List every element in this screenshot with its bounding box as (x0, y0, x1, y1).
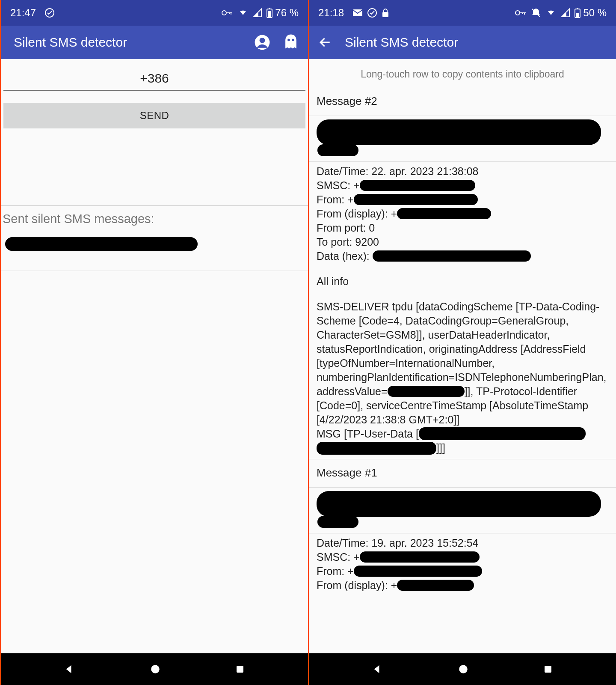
battery-icon (575, 8, 580, 18)
status-bar: 21:47 76 % (1, 0, 308, 26)
redacted-value (354, 566, 482, 577)
msg-tail: ]]] (436, 442, 445, 454)
redacted-value (317, 442, 436, 455)
phone-number-input[interactable]: +386 (3, 68, 305, 91)
from-display-label: From (display): + (317, 579, 397, 591)
svg-rect-4 (229, 12, 230, 14)
send-button[interactable]: SEND (3, 103, 305, 128)
app-title: Silent SMS detector (10, 35, 241, 50)
redacted-value (388, 386, 465, 397)
svg-point-10 (287, 39, 290, 41)
smsc-label: SMSC: + (317, 179, 360, 191)
smsc-label: SMSC: + (317, 551, 360, 563)
from-label: From: + (317, 194, 354, 206)
battery-percent: 50 % (583, 7, 607, 19)
nav-back-icon[interactable] (64, 663, 76, 675)
nav-bar (309, 653, 616, 685)
svg-rect-23 (577, 8, 578, 9)
dnd-icon (531, 8, 541, 18)
status-bar: 21:18 50 % (309, 0, 616, 26)
datetime-label: Date/Time: (317, 165, 371, 177)
msg-label: MSG [TP-User-Data [ (317, 428, 419, 440)
svg-rect-13 (237, 666, 243, 673)
nav-home-icon[interactable] (458, 664, 469, 675)
datetime-value: 19. apr. 2023 15:52:54 (371, 537, 478, 549)
vpn-key-icon (515, 9, 527, 17)
svg-rect-24 (576, 13, 579, 17)
back-arrow-icon[interactable] (318, 36, 332, 49)
to-port: To port: 9200 (317, 235, 608, 249)
svg-rect-7 (268, 11, 271, 17)
vpn-key-icon (221, 9, 233, 17)
svg-rect-19 (524, 12, 525, 15)
nav-recent-icon[interactable] (235, 664, 245, 674)
datetime-value: 22. apr. 2023 21:38:08 (371, 165, 478, 177)
redacted-value (419, 427, 586, 440)
app-bar: Silent SMS detector (309, 26, 616, 59)
account-icon[interactable] (254, 34, 270, 51)
phone-number-value: +386 (140, 71, 169, 85)
tpdu-text: SMS-DELIVER tpdu [dataCodingScheme [TP-D… (317, 301, 607, 397)
redacted-block[interactable] (317, 488, 608, 530)
ghost-icon[interactable] (283, 34, 299, 51)
battery-icon (267, 8, 272, 18)
signal-icon (561, 8, 570, 18)
mail-icon (352, 9, 363, 17)
svg-point-11 (292, 39, 294, 41)
check-circle-icon (367, 8, 377, 18)
redacted-value (373, 250, 531, 262)
from-port: From port: 0 (317, 221, 608, 235)
redacted-value (397, 580, 474, 591)
app-bar: Silent SMS detector (1, 26, 308, 59)
phone-right: 21:18 50 % Silent SMS detec (308, 0, 616, 685)
status-time: 21:18 (318, 7, 344, 19)
svg-point-17 (515, 11, 520, 15)
nav-back-icon[interactable] (372, 663, 384, 675)
svg-rect-6 (269, 8, 270, 9)
from-display-label: From (display): + (317, 208, 397, 220)
signal-icon (253, 8, 262, 18)
redacted-sent-entry[interactable] (5, 237, 198, 251)
data-hex-label: Data (hex): (317, 250, 373, 262)
redacted-block[interactable] (317, 116, 608, 159)
datetime-label: Date/Time: (317, 537, 371, 549)
divider (1, 271, 308, 271)
status-time: 21:47 (10, 7, 36, 19)
nav-home-icon[interactable] (150, 664, 161, 675)
from-label: From: + (317, 565, 354, 577)
phone-left: 21:47 76 % Silent SMS detector +386 (0, 0, 308, 685)
lock-icon (382, 8, 389, 18)
copy-hint-label: Long-touch row to copy contents into cli… (309, 59, 616, 90)
message-details[interactable]: Date/Time: 22. apr. 2023 21:38:08 SMSC: … (309, 162, 616, 459)
check-circle-icon (44, 8, 55, 18)
sent-messages-label: Sent silent SMS messages: (1, 206, 308, 230)
svg-rect-3 (231, 12, 231, 15)
redacted-value (360, 551, 480, 563)
svg-point-12 (151, 665, 160, 673)
redacted-value (360, 180, 475, 191)
message-header: Message #2 (309, 90, 616, 116)
svg-point-1 (222, 11, 226, 15)
nav-recent-icon[interactable] (543, 664, 553, 674)
redacted-value (397, 208, 491, 219)
app-title: Silent SMS detector (341, 35, 607, 50)
message-details[interactable]: Date/Time: 19. apr. 2023 15:52:54 SMSC: … (309, 533, 616, 596)
wifi-icon (545, 9, 557, 17)
main-content: Long-touch row to copy contents into cli… (309, 59, 616, 653)
redacted-value (354, 194, 478, 205)
svg-rect-20 (522, 12, 523, 14)
svg-rect-26 (545, 666, 551, 673)
main-content: +386 SEND Sent silent SMS messages: (1, 59, 308, 653)
svg-point-25 (459, 665, 468, 673)
wifi-icon (237, 9, 249, 17)
battery-percent: 76 % (275, 7, 299, 19)
message-header: Message #1 (309, 459, 616, 487)
nav-bar (1, 653, 308, 685)
send-button-label: SEND (140, 110, 169, 121)
svg-rect-16 (382, 12, 388, 17)
all-info-label: All info (317, 274, 608, 289)
svg-point-9 (260, 38, 265, 43)
